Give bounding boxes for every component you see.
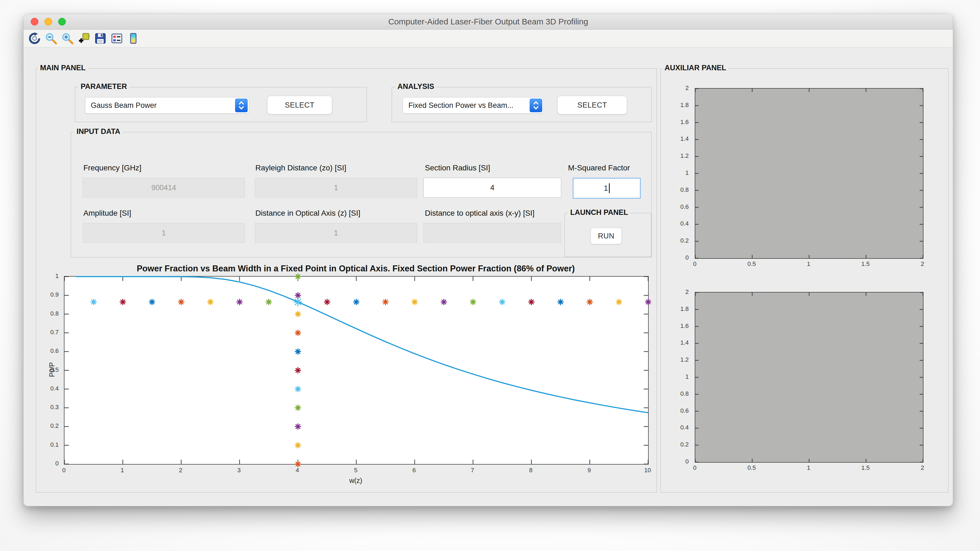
data-marker xyxy=(266,299,272,304)
power-fraction-curve xyxy=(76,277,648,413)
aux-plot-area-2[interactable] xyxy=(695,292,923,463)
tick-label: 2 xyxy=(663,288,689,296)
rotate-3d-icon[interactable] xyxy=(28,32,41,45)
frequency-value: 900414 xyxy=(151,183,176,192)
data-marker xyxy=(295,330,301,336)
tick-label: 0.2 xyxy=(663,441,689,448)
main-x-axis-label: w(z) xyxy=(64,477,648,484)
data-marker xyxy=(295,461,301,467)
m-squared-value: 1 xyxy=(604,184,608,193)
section-radius-field[interactable]: 4 xyxy=(423,178,561,197)
tick-label: 1.2 xyxy=(663,356,689,363)
app-window: Computer-Aided Laser-Fiber Output Beam 3… xyxy=(23,14,953,506)
parameter-select-label: SELECT xyxy=(285,101,314,110)
frequency-label: Frequency [GHz] xyxy=(83,164,142,172)
amplitude-field: 1 xyxy=(83,223,245,243)
data-marker xyxy=(500,299,505,304)
tick-label: 2 xyxy=(172,467,189,474)
tick-label: 1.8 xyxy=(663,306,689,312)
titlebar[interactable]: Computer-Aided Laser-Fiber Output Beam 3… xyxy=(24,14,953,30)
aux2-x-axis-ticks: 00.511.52 xyxy=(695,464,923,472)
input-data-panel-label: INPUT DATA xyxy=(74,127,123,136)
tick-label: 0.4 xyxy=(663,220,689,227)
m-squared-field[interactable]: 1 xyxy=(573,178,641,199)
amplitude-value: 1 xyxy=(162,229,165,237)
main-panel-label: MAIN PANEL xyxy=(38,64,88,72)
tick-label: 1 xyxy=(800,260,817,268)
tick-label: 5 xyxy=(347,467,364,474)
analysis-select-label: SELECT xyxy=(578,101,607,110)
m-squared-label: M-Squared Factor xyxy=(568,164,630,172)
zoom-in-icon[interactable] xyxy=(61,32,74,45)
tick-label: 1.8 xyxy=(663,102,689,109)
window-title: Computer-Aided Laser-Fiber Output Beam 3… xyxy=(24,14,953,29)
tick-label: 0.2 xyxy=(663,237,689,244)
amplitude-label: Amplitude [SI] xyxy=(83,209,131,218)
data-marker xyxy=(120,299,126,304)
aux-plot-area-1[interactable] xyxy=(695,88,923,259)
main-plot-area[interactable] xyxy=(64,276,649,465)
data-marker xyxy=(470,299,476,304)
data-marker xyxy=(295,311,301,317)
tick-label: 1.5 xyxy=(858,464,874,471)
tick-label: 0 xyxy=(37,460,59,467)
tick-label: 1.5 xyxy=(858,260,874,268)
tick-label: 0.5 xyxy=(744,260,760,268)
data-marker xyxy=(383,299,388,304)
analysis-dropdown[interactable]: Fixed Section Power vs Beam... xyxy=(402,97,544,114)
data-marker xyxy=(616,299,622,304)
tick-label: 0.8 xyxy=(663,186,689,193)
tick-label: 0.4 xyxy=(663,424,689,431)
tick-label: 6 xyxy=(406,467,422,474)
data-cursor-icon[interactable] xyxy=(77,32,91,45)
zoom-out-icon[interactable] xyxy=(45,32,57,45)
data-marker xyxy=(295,424,301,429)
distance-optical-axis-value: 1 xyxy=(334,229,338,237)
section-radius-label: Section Radius [SI] xyxy=(425,164,490,172)
tick-label: 0.2 xyxy=(37,422,59,430)
parameter-dropdown-value: Gauss Beam Power xyxy=(85,101,249,110)
save-icon[interactable] xyxy=(94,32,107,45)
data-marker xyxy=(295,274,301,279)
data-marker xyxy=(149,299,155,304)
data-marker xyxy=(353,299,359,304)
tick-label: 1 xyxy=(663,373,689,380)
tick-label: 9 xyxy=(581,467,597,474)
data-marker xyxy=(295,368,301,373)
data-marker xyxy=(412,299,417,304)
data-marker xyxy=(178,299,184,304)
run-button[interactable]: RUN xyxy=(590,228,622,244)
insert-colorbar-icon[interactable] xyxy=(127,32,140,45)
figure-toolbar xyxy=(24,30,953,48)
data-marker xyxy=(295,443,301,448)
chevron-up-down-icon xyxy=(235,99,248,112)
data-marker xyxy=(558,299,563,304)
analysis-select-button[interactable]: SELECT xyxy=(557,96,627,115)
data-marker xyxy=(294,298,302,306)
data-marker xyxy=(645,299,651,304)
tick-label: 0.6 xyxy=(663,203,689,210)
data-marker xyxy=(295,386,301,392)
parameter-dropdown[interactable]: Gauss Beam Power xyxy=(85,97,249,114)
tick-label: 1 xyxy=(800,464,817,471)
section-radius-value: 4 xyxy=(490,183,494,192)
tick-label: 0.6 xyxy=(37,347,59,355)
tick-label: 1.4 xyxy=(663,339,689,346)
data-marker xyxy=(237,299,242,304)
parameter-select-button[interactable]: SELECT xyxy=(267,96,332,115)
aux2-y-axis-ticks: 00.20.40.60.811.21.41.61.82 xyxy=(663,292,692,462)
data-marker xyxy=(325,299,330,304)
insert-legend-icon[interactable] xyxy=(110,32,123,45)
main-x-axis-ticks: 012345678910 xyxy=(64,467,648,475)
tick-label: 0.7 xyxy=(37,329,59,336)
tick-label: 0 xyxy=(56,467,72,474)
data-marker xyxy=(441,299,447,304)
tick-label: 1 xyxy=(114,467,130,474)
tick-label: 0 xyxy=(687,464,703,471)
rayleigh-distance-field: 1 xyxy=(255,178,417,197)
text-caret xyxy=(609,183,610,193)
main-y-axis-label: P0/P xyxy=(48,362,56,377)
distance-to-optical-axis-label: Distance to optical axis (x-y) [SI] xyxy=(425,209,535,218)
desktop-background: Computer-Aided Laser-Fiber Output Beam 3… xyxy=(0,0,980,551)
tick-label: 0.9 xyxy=(37,291,59,298)
